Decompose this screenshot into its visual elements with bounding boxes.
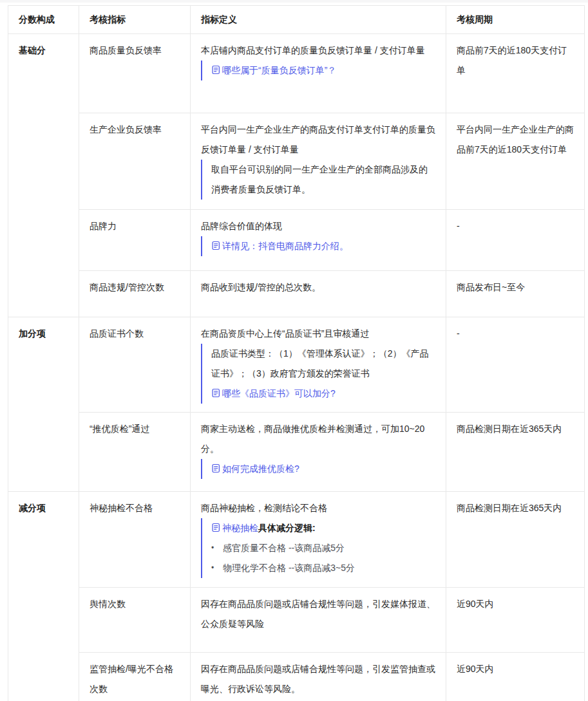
doc-link-label: 神秘抽检 [222, 523, 258, 533]
group-cell: 加分项 [8, 317, 79, 492]
table-header: 分数构成考核指标指标定义考核周期 [8, 6, 585, 34]
doc-link[interactable]: 哪些属于“质量负反馈订单”？ [211, 65, 336, 75]
period-cell: 近90天内 [446, 653, 585, 701]
indicator-cell: 商品质量负反馈率 [79, 34, 191, 113]
quote-block: 品质证书类型：（1）《管理体系认证》；（2）《产品证书》；（3）政府官方颁发的荣… [201, 344, 435, 404]
bullet-item: •物理化学不合格 --该商品减3~5分 [211, 558, 435, 578]
quote-block: 哪些属于“质量负反馈订单”？ [201, 61, 435, 80]
quote-block: 神秘抽检具体减分逻辑:•感官质量不合格 --该商品减5分•物理化学不合格 --该… [201, 518, 435, 578]
period-cell: 商品检测日期在近365天内 [446, 492, 585, 588]
header-cell-3: 考核周期 [446, 6, 585, 34]
doc-icon [211, 523, 221, 532]
header-row: 分数构成考核指标指标定义考核周期 [8, 6, 585, 34]
definition-paragraph: 在商品资质中心上传“品质证书”且审核通过 [201, 324, 435, 344]
quote-line: 神秘抽检具体减分逻辑: [211, 518, 435, 538]
doc-icon [211, 388, 221, 398]
table-row: 品牌力品牌综合价值的体现详情见：抖音电商品牌力介绍。- [8, 210, 585, 271]
period-cell: - [446, 210, 585, 271]
indicator-cell: 品质证书个数 [79, 317, 191, 413]
definition-paragraph: 商家主动送检，商品做推优质检并检测通过，可加10~20分。 [201, 419, 435, 459]
definition-paragraph: 因存在商品品质问题或店铺合规性等问题，引发监管抽查或曝光、行政诉讼等风险。 [201, 659, 435, 699]
table-row: 减分项神秘抽检不合格商品神秘抽检，检测结论不合格神秘抽检具体减分逻辑:•感官质量… [8, 492, 585, 588]
bold-suffix-text: 具体减分逻辑: [258, 523, 316, 533]
definition-cell: 商家主动送检，商品做推优质检并检测通过，可加10~20分。如何完成推优质检? [191, 413, 446, 492]
bullet-dot: • [211, 538, 223, 558]
definition-paragraph: 本店铺内商品支付订单的质量负反馈订单量 / 支付订单量 [201, 41, 435, 61]
period-cell: - [446, 317, 585, 413]
bullet-item: •感官质量不合格 --该商品减5分 [211, 538, 435, 558]
quote-block: 详情见：抖音电商品牌力介绍。 [201, 236, 435, 256]
indicator-cell: 品牌力 [79, 210, 191, 271]
period-cell: 商品前7天的近180天支付订单 [446, 34, 585, 113]
doc-icon [211, 463, 221, 473]
indicator-cell: “推优质检”通过 [79, 413, 191, 492]
doc-link-label: 哪些《品质证书》可以加分? [222, 388, 336, 398]
group-cell: 基础分 [8, 34, 79, 317]
doc-link[interactable]: 哪些《品质证书》可以加分? [211, 388, 336, 398]
definition-cell: 因存在商品品质问题或店铺合规性等问题，引发媒体报道、公众质疑等风险 [191, 588, 446, 653]
quote-line: 如何完成推优质检? [211, 459, 435, 479]
quote-line: 哪些属于“质量负反馈订单”？ [211, 61, 435, 80]
quote-line: 详情见：抖音电商品牌力介绍。 [211, 236, 435, 256]
doc-icon [211, 65, 221, 75]
doc-link[interactable]: 详情见：抖音电商品牌力介绍。 [211, 241, 348, 251]
definition-paragraph: 因存在商品品质问题或店铺合规性等问题，引发媒体报道、公众质疑等风险 [201, 594, 435, 634]
table-row: 商品违规/管控次数商品收到违规/管控的总次数。商品发布日~至今 [8, 271, 585, 317]
definition-paragraph: 商品神秘抽检，检测结论不合格 [201, 498, 435, 518]
indicator-cell: 神秘抽检不合格 [79, 492, 191, 588]
table-row: 生产企业负反馈率平台内同一生产企业生产的商品支付订单支付订单的质量负反馈订单量 … [8, 113, 585, 210]
table-row: “推优质检”通过商家主动送检，商品做推优质检并检测通过，可加10~20分。如何完… [8, 413, 585, 492]
doc-link-label: 详情见：抖音电商品牌力介绍。 [222, 241, 348, 251]
table-body: 基础分商品质量负反馈率本店铺内商品支付订单的质量负反馈订单量 / 支付订单量哪些… [8, 34, 585, 701]
definition-paragraph: 品牌综合价值的体现 [201, 216, 435, 236]
header-cell-1: 考核指标 [79, 6, 191, 34]
doc-link-label: 哪些属于“质量负反馈订单”？ [222, 65, 336, 75]
bullet-text: 感官质量不合格 --该商品减5分 [223, 538, 345, 558]
definition-cell: 本店铺内商品支付订单的质量负反馈订单量 / 支付订单量哪些属于“质量负反馈订单”… [191, 34, 446, 113]
definition-cell: 因存在商品品质问题或店铺合规性等问题，引发监管抽查或曝光、行政诉讼等风险。 [191, 653, 446, 701]
definition-cell: 商品神秘抽检，检测结论不合格神秘抽检具体减分逻辑:•感官质量不合格 --该商品减… [191, 492, 446, 588]
period-cell: 商品发布日~至今 [446, 271, 585, 317]
definition-cell: 品牌综合价值的体现详情见：抖音电商品牌力介绍。 [191, 210, 446, 271]
definition-cell: 商品收到违规/管控的总次数。 [191, 271, 446, 317]
quote-text: 品质证书类型：（1）《管理体系认证》；（2）《产品证书》；（3）政府官方颁发的荣… [211, 344, 435, 384]
header-cell-2: 指标定义 [191, 6, 446, 34]
indicator-cell: 生产企业负反馈率 [79, 113, 191, 210]
indicator-cell: 舆情次数 [79, 588, 191, 653]
quote-block: 取自平台可识别的同一生产企业生产的全部商品涉及的消费者质量负反馈订单。 [201, 160, 435, 200]
quote-line: 哪些《品质证书》可以加分? [211, 384, 435, 404]
score-rules-table: 分数构成考核指标指标定义考核周期 基础分商品质量负反馈率本店铺内商品支付订单的质… [8, 5, 585, 701]
quote-text: 取自平台可识别的同一生产企业生产的全部商品涉及的消费者质量负反馈订单。 [211, 160, 435, 200]
definition-cell: 在商品资质中心上传“品质证书”且审核通过品质证书类型：（1）《管理体系认证》；（… [191, 317, 446, 413]
table-row: 加分项品质证书个数在商品资质中心上传“品质证书”且审核通过品质证书类型：（1）《… [8, 317, 585, 413]
indicator-cell: 监管抽检/曝光不合格次数 [79, 653, 191, 701]
quote-block: 如何完成推优质检? [201, 459, 435, 479]
table-row: 舆情次数因存在商品品质问题或店铺合规性等问题，引发媒体报道、公众质疑等风险近90… [8, 588, 585, 653]
table-row: 基础分商品质量负反馈率本店铺内商品支付订单的质量负反馈订单量 / 支付订单量哪些… [8, 34, 585, 113]
indicator-cell: 商品违规/管控次数 [79, 271, 191, 317]
header-cell-0: 分数构成 [8, 6, 79, 34]
period-cell: 商品检测日期在近365天内 [446, 413, 585, 492]
doc-link[interactable]: 神秘抽检 [211, 523, 258, 533]
doc-link-label: 如何完成推优质检? [222, 463, 299, 474]
period-cell: 平台内同一生产企业生产的商品前7天的近180天支付订单 [446, 113, 585, 210]
definition-paragraph: 商品收到违规/管控的总次数。 [201, 277, 435, 297]
table-row: 监管抽检/曝光不合格次数因存在商品品质问题或店铺合规性等问题，引发监管抽查或曝光… [8, 653, 585, 701]
bullet-text: 物理化学不合格 --该商品减3~5分 [223, 558, 355, 578]
bullet-dot: • [211, 558, 223, 578]
period-cell: 近90天内 [446, 588, 585, 653]
top-divider [0, 0, 588, 3]
doc-link[interactable]: 如何完成推优质检? [211, 463, 299, 474]
definition-paragraph: 平台内同一生产企业生产的商品支付订单支付订单的质量负反馈订单量 / 支付订单量 [201, 120, 435, 160]
definition-cell: 平台内同一生产企业生产的商品支付订单支付订单的质量负反馈订单量 / 支付订单量取… [191, 113, 446, 210]
doc-icon [211, 241, 221, 250]
group-cell: 减分项 [8, 492, 79, 701]
